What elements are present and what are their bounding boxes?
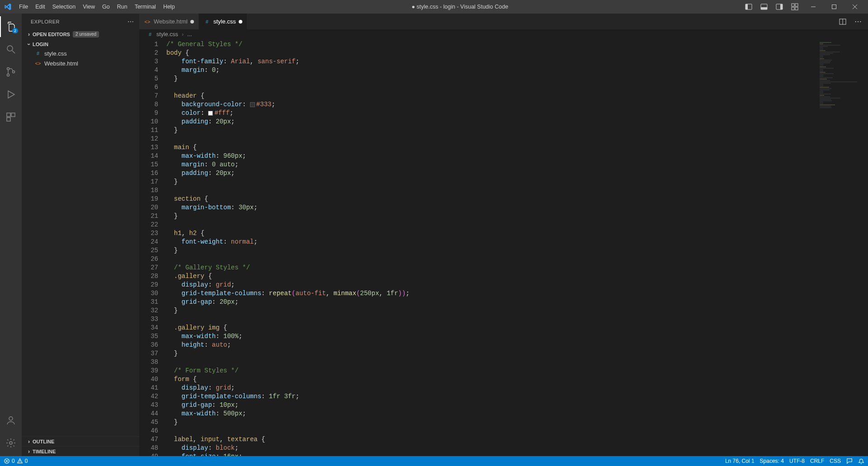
- status-eol[interactable]: CRLF: [810, 458, 824, 464]
- code-line[interactable]: }: [166, 178, 816, 186]
- outline-section[interactable]: › OUTLINE: [22, 436, 139, 446]
- status-encoding[interactable]: UTF-8: [789, 458, 805, 464]
- code-line[interactable]: display: grid;: [166, 281, 816, 289]
- editor-body[interactable]: 1234567891011121314151617181920212223242…: [139, 39, 868, 456]
- code-line[interactable]: [166, 221, 816, 229]
- status-spaces[interactable]: Spaces: 4: [760, 458, 784, 464]
- code-line[interactable]: main {: [166, 143, 816, 152]
- layout-toggle-secondary-icon[interactable]: [772, 0, 787, 14]
- code-line[interactable]: section {: [166, 195, 816, 203]
- code-line[interactable]: label, input, textarea {: [166, 435, 816, 444]
- activity-settings[interactable]: [0, 433, 22, 453]
- file-item[interactable]: #style.css: [22, 48, 139, 58]
- status-language[interactable]: CSS: [830, 458, 841, 464]
- code-line[interactable]: color: #fff;: [166, 109, 816, 118]
- activity-source-control[interactable]: [0, 61, 22, 82]
- open-editors-section[interactable]: › OPEN EDITORS 2 unsaved: [22, 30, 139, 38]
- code-line[interactable]: font-weight: normal;: [166, 238, 816, 246]
- code-line[interactable]: header {: [166, 92, 816, 100]
- code-line[interactable]: display: block;: [166, 444, 816, 452]
- code-line[interactable]: font-family: Arial, sans-serif;: [166, 57, 816, 66]
- code-line[interactable]: height: auto;: [166, 341, 816, 349]
- layout-toggle-primary-icon[interactable]: [741, 0, 756, 14]
- menu-go[interactable]: Go: [99, 0, 113, 14]
- timeline-label: TIMELINE: [33, 449, 56, 454]
- code-line[interactable]: .gallery {: [166, 272, 816, 281]
- code-line[interactable]: max-width: 100%;: [166, 332, 816, 341]
- activity-explorer[interactable]: 2: [0, 16, 22, 37]
- svg-rect-22: [7, 118, 10, 121]
- activity-extensions[interactable]: [0, 107, 22, 127]
- dirty-indicator-icon: [239, 20, 242, 24]
- more-actions-icon[interactable]: ⋯: [852, 15, 864, 28]
- file-item[interactable]: <>Website.html: [22, 58, 139, 68]
- code-line[interactable]: }: [166, 349, 816, 358]
- code-line[interactable]: [166, 186, 816, 195]
- timeline-section[interactable]: › TIMELINE: [22, 446, 139, 456]
- code-line[interactable]: }: [166, 306, 816, 315]
- code-line[interactable]: padding: 20px;: [166, 169, 816, 178]
- status-bell-icon[interactable]: [858, 458, 864, 464]
- code-line[interactable]: grid-gap: 20px;: [166, 298, 816, 306]
- layout-toggle-panel-icon[interactable]: [757, 0, 771, 14]
- code-line[interactable]: margin: 0;: [166, 66, 816, 75]
- code-line[interactable]: font-size: 16px;: [166, 452, 816, 456]
- menu-help[interactable]: Help: [160, 0, 179, 14]
- split-editor-icon[interactable]: [836, 15, 849, 28]
- scrollbar[interactable]: [862, 39, 868, 456]
- status-cursor[interactable]: Ln 76, Col 1: [725, 458, 755, 464]
- code-line[interactable]: max-width: 500px;: [166, 410, 816, 418]
- menu-terminal[interactable]: Terminal: [131, 0, 160, 14]
- code-line[interactable]: grid-gap: 10px;: [166, 401, 816, 410]
- status-feedback-icon[interactable]: [846, 458, 853, 464]
- code-line[interactable]: /* Form Styles */: [166, 367, 816, 375]
- menu-view[interactable]: View: [79, 0, 99, 14]
- code-line[interactable]: /* General Styles */: [166, 40, 816, 49]
- tab-label: style.css: [213, 18, 236, 25]
- code-line[interactable]: grid-template-columns: repeat(auto-fit, …: [166, 289, 816, 298]
- code-line[interactable]: padding: 20px;: [166, 118, 816, 126]
- code-line[interactable]: }: [166, 212, 816, 221]
- explorer-more-icon[interactable]: ⋯: [127, 18, 134, 25]
- minimap[interactable]: [816, 39, 862, 456]
- status-problems[interactable]: 0 0: [4, 458, 28, 464]
- code-line[interactable]: }: [166, 126, 816, 135]
- code-line[interactable]: [166, 315, 816, 324]
- minimize-button[interactable]: [803, 0, 824, 14]
- code-line[interactable]: margin-bottom: 30px;: [166, 203, 816, 212]
- folder-section[interactable]: › LOGIN: [22, 40, 139, 48]
- menu-edit[interactable]: Edit: [32, 0, 49, 14]
- code-line[interactable]: background-color: #333;: [166, 100, 816, 109]
- code-line[interactable]: }: [166, 246, 816, 255]
- breadcrumbs[interactable]: # style.css › ...: [139, 29, 868, 39]
- code-area[interactable]: /* General Styles */body { font-family: …: [166, 39, 816, 456]
- code-line[interactable]: display: grid;: [166, 384, 816, 392]
- activity-accounts[interactable]: [0, 410, 22, 431]
- code-line[interactable]: }: [166, 75, 816, 83]
- code-line[interactable]: [166, 83, 816, 92]
- close-button[interactable]: [844, 0, 865, 14]
- code-line[interactable]: body {: [166, 49, 816, 57]
- code-line[interactable]: form {: [166, 375, 816, 384]
- code-line[interactable]: /* Gallery Styles */: [166, 264, 816, 272]
- menu-file[interactable]: File: [15, 0, 32, 14]
- code-line[interactable]: .gallery img {: [166, 324, 816, 332]
- code-line[interactable]: [166, 255, 816, 264]
- menu-run[interactable]: Run: [113, 0, 131, 14]
- tab[interactable]: <>Website.html: [139, 14, 199, 29]
- code-line[interactable]: [166, 358, 816, 367]
- menu-selection[interactable]: Selection: [49, 0, 79, 14]
- activity-search[interactable]: [0, 39, 22, 60]
- code-line[interactable]: grid-template-columns: 1fr 3fr;: [166, 392, 816, 401]
- file-name: Website.html: [44, 60, 78, 67]
- code-line[interactable]: [166, 427, 816, 435]
- maximize-button[interactable]: [824, 0, 844, 14]
- code-line[interactable]: max-width: 960px;: [166, 152, 816, 160]
- tab[interactable]: #style.css: [199, 14, 247, 29]
- code-line[interactable]: margin: 0 auto;: [166, 160, 816, 169]
- code-line[interactable]: }: [166, 418, 816, 427]
- code-line[interactable]: h1, h2 {: [166, 229, 816, 238]
- code-line[interactable]: [166, 135, 816, 143]
- activity-run-debug[interactable]: [0, 84, 22, 105]
- customize-layout-icon[interactable]: [788, 0, 802, 14]
